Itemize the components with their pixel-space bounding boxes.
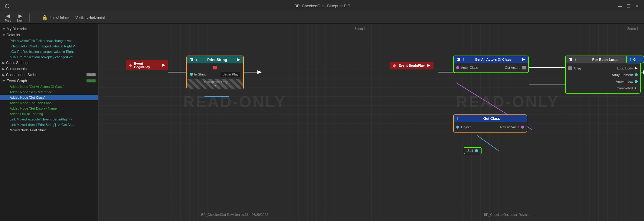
next-button[interactable]: ▶ Next: [17, 13, 24, 22]
minimize-button[interactable]: —: [618, 4, 622, 8]
sidebar-item-get-all-actors[interactable]: Added Node 'Get All Actors Of Class': [0, 84, 98, 89]
my-blueprint-section: ▼ My Blueprint ▼ Defaults PrimaryActorTi…: [0, 25, 98, 133]
right-zoom-label: Zoom 1:: [627, 27, 639, 30]
right-array-element-label: Array Element: [612, 73, 633, 77]
left-dev-only-stripe: Development Only ▾: [187, 79, 243, 89]
sidebar-item-link-execute[interactable]: Link Moved 'execute' ['Event BeginPlay' …: [0, 117, 98, 122]
right-out-actors-label: Out Actors: [505, 66, 520, 69]
right-event-label: Event BeginPlay: [399, 64, 425, 67]
left-event-label: Event BeginPlay: [134, 62, 159, 69]
right-canvas-panel[interactable]: READ-ONLY Zoom 1: ◆: [371, 24, 644, 221]
left-event-begin-play-node[interactable]: ◆ Event BeginPlay: [126, 60, 168, 70]
close-button[interactable]: ✕: [636, 4, 639, 8]
prev-button[interactable]: ◀ Prev: [5, 13, 11, 22]
sidebar-item-get-display[interactable]: Added Node 'Get Display Name': [0, 106, 98, 111]
canvas-background-left: [99, 24, 371, 221]
sidebar-item-bcall[interactable]: bCallPreReplication changed value in Rig…: [0, 49, 98, 54]
sidebar-item-moved-print[interactable]: Moved Node 'Print String': [0, 127, 98, 133]
construction-script-header[interactable]: ▶ Construction Script: [0, 72, 98, 78]
components-header[interactable]: ▶ Components: [0, 66, 98, 72]
left-beginplay-value: Begin Play: [221, 72, 240, 77]
right-actor-class-label: Actor Class: [461, 66, 478, 69]
right-revision-label: BP_CheckedOut Local Revision: [484, 212, 531, 217]
my-blueprint-header[interactable]: ▼ My Blueprint: [0, 26, 98, 32]
right-get-all-actors-node[interactable]: f Get All Actors Of Class Actor Class Ou…: [453, 56, 529, 73]
window-title: BP_CheckedOut - Blueprint Diff: [294, 4, 350, 8]
maximize-button[interactable]: ❐: [627, 4, 631, 8]
ue-logo-icon: ⬡: [5, 3, 10, 9]
orientation-label[interactable]: Vertical/Horizontal: [76, 16, 105, 20]
left-instring-label: In String: [194, 72, 207, 76]
right-array-label: Array: [574, 66, 581, 70]
right-get-class-node[interactable]: f Get Class Object Return Value: [453, 114, 527, 133]
canvas-area: READ-ONLY Zoom 1: ◆ Event BeginPlay: [98, 24, 644, 221]
left-revision-label: BP_CheckedOut Revision cs:36 - 06/28/202…: [201, 212, 268, 217]
toolbar-separator: [29, 14, 30, 22]
right-return-value-label: Return Value: [500, 125, 519, 129]
sidebar-item-link-instring[interactable]: Added Link to 'InString': [0, 111, 98, 117]
lock-unlock-button[interactable]: 🔒 Lock/Unlock: [42, 15, 69, 21]
right-self-label: Self: [467, 149, 473, 152]
sidebar-item-link-then[interactable]: Link Moved 'then' ['Print String'] -> 'G…: [0, 122, 98, 127]
class-settings-header[interactable]: ▶ Class Settings: [0, 60, 98, 66]
right-object-label: Object: [461, 125, 471, 129]
sidebar-item-tick[interactable]: PrimaryActorTick TickInterval changed va…: [0, 38, 98, 43]
right-for-each-label: For Each Loop: [578, 58, 632, 62]
right-get-all-actors-label: Get All Actors Of Class: [466, 58, 520, 61]
left-canvas-panel[interactable]: READ-ONLY Zoom 1: ◆ Event BeginPlay: [98, 24, 371, 221]
right-partial-node: f G: [626, 56, 644, 63]
right-get-class-label: Get Class: [460, 117, 524, 121]
main-layout: ▼ My Blueprint ▼ Defaults PrimaryActorTi…: [0, 24, 644, 221]
right-array-index-label: Array Index: [616, 80, 633, 83]
sidebar-item-bnet[interactable]: bNetLoadOnClient changed value in Right …: [0, 43, 98, 49]
left-print-string-node[interactable]: f Print String In String Begin Play: [186, 56, 244, 89]
right-loop-body-label: Loop Body: [617, 66, 633, 70]
toolbar: ◀ Prev ▶ Next 🔒 Lock/Unlock Vertical/Hor…: [0, 12, 644, 24]
window-controls: — ❐ ✕: [618, 4, 639, 8]
event-graph-header[interactable]: ▼ Event Graph: [0, 78, 98, 84]
title-bar: ⬡ BP_CheckedOut - Blueprint Diff — ❐ ✕: [0, 0, 644, 12]
sidebar: ▼ My Blueprint ▼ Defaults PrimaryActorTi…: [0, 24, 98, 221]
right-self-node[interactable]: Self: [464, 147, 482, 154]
left-zoom-label: Zoom 1:: [355, 27, 367, 30]
right-event-begin-play-node[interactable]: ◆ Event BeginPlay: [390, 62, 433, 69]
left-print-string-label: Print String: [199, 58, 235, 62]
defaults-header[interactable]: ▼ Defaults: [0, 32, 98, 38]
sidebar-item-get-class[interactable]: Added Node 'Get Class': [0, 95, 98, 100]
right-completed-label: Completed: [617, 86, 633, 90]
sidebar-item-bcall2[interactable]: bCallPreReplicationForReplay changed val: [0, 54, 98, 60]
sidebar-item-for-each[interactable]: Added Node 'For Each Loop': [0, 100, 98, 106]
sidebar-item-self-ref[interactable]: Added Node 'Self-Reference': [0, 89, 98, 95]
